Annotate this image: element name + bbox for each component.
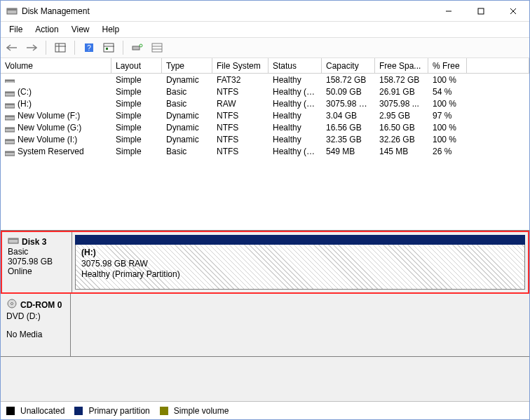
disk-entry-cdrom[interactable]: CD-ROM 0 DVD (D:) No Media [1,294,529,357]
properties-button[interactable] [149,39,165,56]
partition-label: (H:) [81,248,519,259]
volume-list: Volume Layout Type File System Status Ca… [1,58,529,231]
col-spacer [467,58,529,74]
volume-layout: Simple [111,111,162,121]
forward-button[interactable] [23,39,40,56]
svg-rect-30 [5,140,15,141]
col-volume[interactable]: Volume [1,58,111,74]
volume-layout: Simple [111,75,162,85]
refresh-button[interactable] [129,39,146,56]
titlebar[interactable]: Disk Management [1,1,529,22]
close-button[interactable] [497,1,529,22]
volume-capacity: 549 MB [322,147,375,156]
col-layout[interactable]: Layout [111,58,162,74]
settings-button[interactable] [100,39,117,56]
volume-type: Dynamic [162,123,212,133]
window-frame: Disk Management File Action View Help ? [0,0,530,420]
volume-name: New Volume (G:) [18,123,81,133]
svg-rect-13 [106,48,108,50]
svg-rect-1 [7,8,17,11]
volume-free: 26.91 GB [375,87,428,97]
disk-state: No Media [6,330,64,339]
volume-name: New Volume (F:) [18,111,80,121]
app-icon [6,6,18,17]
volume-type: Dynamic [162,111,212,121]
volume-icon [5,89,15,95]
svg-point-15 [140,44,142,47]
volume-layout: Simple [111,99,162,109]
col-free-space[interactable]: Free Spa... [375,58,428,74]
volume-name: System Reserved [18,147,84,156]
legend-swatch-simple [160,407,168,415]
menu-help[interactable]: Help [97,23,125,36]
volume-filesystem: NTFS [212,147,269,156]
cdrom-icon [6,298,18,311]
volume-filesystem: RAW [212,99,269,109]
svg-rect-6 [55,43,65,52]
svg-rect-24 [5,104,15,105]
volume-pctfree: 97 % [428,111,467,121]
volume-filesystem: FAT32 [212,75,269,85]
volume-capacity: 158.72 GB [322,75,375,85]
maximize-button[interactable] [465,1,497,22]
toolbar-separator [74,41,75,55]
volume-free: 145 MB [375,147,428,156]
volume-capacity: 3.04 GB [322,111,375,121]
disk-entry-disk3[interactable]: Disk 3 Basic 3075.98 GB Online (H:) 3075… [1,231,529,294]
volume-pctfree: 26 % [428,147,467,156]
volume-icon [5,113,15,118]
volume-row[interactable]: (H:)SimpleBasicRAWHealthy (P...3075.98 G… [1,97,529,109]
volume-status: Healthy [269,135,322,144]
menubar: File Action View Help [1,22,529,37]
partition-size: 3075.98 GB RAW [81,259,519,270]
volume-icon [5,149,15,154]
show-hide-tree-button[interactable] [52,39,69,56]
partition-h[interactable]: (H:) 3075.98 GB RAW Healthy (Primary Par… [75,245,525,290]
volume-row[interactable]: New Volume (G:)SimpleDynamicNTFSHealthy1… [1,121,529,133]
volume-row[interactable]: System ReservedSimpleBasicNTFSHealthy (S… [1,145,529,157]
disk-partitions: (H:) 3075.98 GB RAW Healthy (Primary Par… [72,232,528,292]
volume-row[interactable]: New Volume (I:)SimpleDynamicNTFSHealthy3… [1,133,529,145]
volume-list-header: Volume Layout Type File System Status Ca… [1,58,529,74]
legend: Unallocated Primary partition Simple vol… [1,401,529,419]
disk-layout-panel[interactable]: Disk 3 Basic 3075.98 GB Online (H:) 3075… [1,231,529,401]
col-status[interactable]: Status [269,58,322,74]
menu-file[interactable]: File [4,23,28,36]
legend-unallocated: Unallocated [20,406,64,416]
disk-type: Basic [8,247,66,257]
volume-icon [5,125,15,130]
volume-pctfree: 100 % [428,75,467,85]
volume-free: 158.72 GB [375,75,428,85]
toolbar-separator [123,41,123,55]
volume-name: (C:) [18,87,32,97]
volume-capacity: 32.35 GB [322,135,375,144]
svg-rect-26 [5,116,15,117]
disk-partitions-empty [71,294,529,356]
disk-state: Online [8,266,66,276]
legend-swatch-unallocated [6,407,15,415]
menu-action[interactable]: Action [29,23,64,36]
help-button[interactable]: ? [81,39,97,56]
col-capacity[interactable]: Capacity [322,58,375,74]
disk-info: CD-ROM 0 DVD (D:) No Media [1,294,71,356]
volume-list-body[interactable]: SimpleDynamicFAT32Healthy158.72 GB158.72… [1,74,529,230]
volume-name: New Volume (I:) [18,135,77,144]
col-filesystem[interactable]: File System [212,58,269,74]
volume-icon [5,77,15,83]
volume-row[interactable]: SimpleDynamicFAT32Healthy158.72 GB158.72… [1,74,529,86]
minimize-button[interactable] [433,1,465,22]
svg-rect-34 [8,238,18,240]
partition-header[interactable] [75,235,525,245]
volume-row[interactable]: (C:)SimpleBasicNTFSHealthy (B...50.09 GB… [1,86,529,97]
volume-capacity: 3075.98 GB [322,99,375,109]
col-pct-free[interactable]: % Free [428,58,467,74]
disk-icon [8,236,19,247]
svg-rect-22 [5,92,15,93]
col-type[interactable]: Type [162,58,212,74]
volume-row[interactable]: New Volume (F:)SimpleDynamicNTFSHealthy3… [1,109,529,121]
disk-info: Disk 3 Basic 3075.98 GB Online [2,232,72,292]
disk-size: 3075.98 GB [8,257,66,266]
back-button[interactable] [4,39,20,56]
volume-pctfree: 100 % [428,99,467,109]
menu-view[interactable]: View [66,23,95,36]
